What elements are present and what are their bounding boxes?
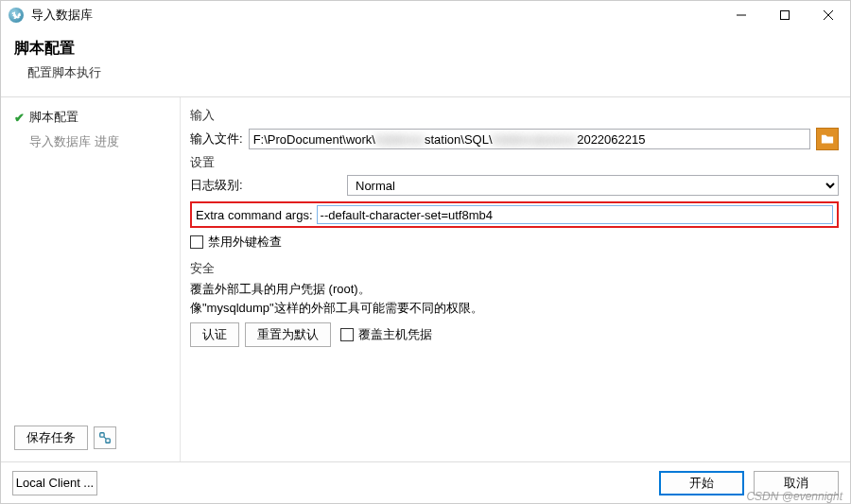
window-title: 导入数据库	[31, 7, 720, 24]
minimize-button[interactable]	[720, 1, 763, 29]
disable-fk-checkbox[interactable]	[190, 235, 203, 249]
window-controls	[720, 1, 850, 29]
loglevel-label: 日志级别:	[190, 177, 341, 194]
title-bar: 🐿 导入数据库	[1, 1, 850, 29]
input-file-row: 输入文件: F:\ProDocument\work\ hiddenxx stat…	[190, 128, 839, 150]
sidebar-item-label: 导入数据库 进度	[29, 133, 119, 150]
disable-fk-label: 禁用外键检查	[208, 234, 282, 251]
save-task-button[interactable]: 保存任务	[14, 426, 88, 450]
content-panel: 输入 输入文件: F:\ProDocument\work\ hiddenxx s…	[181, 97, 850, 461]
start-button[interactable]: 开始	[659, 471, 744, 495]
maximize-button[interactable]	[763, 1, 807, 29]
group-settings-label: 设置	[190, 154, 839, 171]
local-client-button[interactable]: Local Client ...	[12, 471, 97, 495]
extra-args-input[interactable]	[317, 205, 833, 224]
page-subtitle: 配置脚本执行	[27, 64, 837, 81]
sidebar-item-label: 脚本配置	[29, 109, 78, 126]
svg-rect-4	[100, 433, 104, 437]
extra-args-label: Extra command args:	[196, 208, 313, 222]
svg-rect-5	[106, 439, 110, 443]
app-icon: 🐿	[9, 8, 24, 23]
group-security-label: 安全	[190, 260, 839, 277]
link-icon-button[interactable]	[94, 426, 116, 449]
security-buttons: 认证 重置为默认 覆盖主机凭据	[190, 322, 839, 347]
security-group: 安全 覆盖外部工具的用户凭据 (root)。 像"mysqldump"这样的外部…	[190, 260, 839, 347]
extra-args-row: Extra command args:	[190, 201, 839, 228]
cancel-button[interactable]: 取消	[754, 471, 839, 495]
loglevel-row: 日志级别: Normal	[190, 175, 839, 196]
input-file-label: 输入文件:	[190, 130, 243, 148]
group-input-label: 输入	[190, 107, 839, 124]
close-button[interactable]	[807, 1, 850, 29]
sidebar-item-script-config[interactable]: ✔ 脚本配置	[1, 105, 180, 130]
page-title: 脚本配置	[14, 39, 837, 59]
svg-line-6	[104, 437, 106, 439]
override-host-row[interactable]: 覆盖主机凭据	[340, 326, 432, 343]
save-task-row: 保存任务	[1, 426, 180, 461]
auth-button[interactable]: 认证	[190, 322, 239, 347]
override-host-label: 覆盖主机凭据	[358, 326, 432, 343]
reset-default-button[interactable]: 重置为默认	[245, 322, 331, 347]
checkmark-icon: ✔	[14, 111, 25, 125]
svg-rect-1	[781, 11, 790, 20]
security-line2: 像"mysqldump"这样的外部工具可能需要不同的权限。	[190, 300, 839, 317]
input-file-field[interactable]: F:\ProDocument\work\ hiddenxx station\SQ…	[249, 129, 810, 149]
browse-file-button[interactable]	[816, 128, 839, 150]
dialog-window: 🐿 导入数据库 脚本配置 配置脚本执行 ✔ 脚本配置 导	[0, 0, 851, 504]
sidebar-item-import-progress[interactable]: 导入数据库 进度	[1, 130, 180, 154]
wizard-sidebar: ✔ 脚本配置 导入数据库 进度 保存任务	[1, 97, 181, 461]
disable-fk-row[interactable]: 禁用外键检查	[190, 234, 839, 251]
security-line1: 覆盖外部工具的用户凭据 (root)。	[190, 281, 839, 298]
dialog-footer: Local Client ... 开始 取消	[1, 461, 850, 503]
dialog-body: ✔ 脚本配置 导入数据库 进度 保存任务 输入 输入文件: F:\ProDocu…	[1, 97, 850, 461]
loglevel-select[interactable]: Normal	[347, 175, 839, 196]
override-host-checkbox[interactable]	[340, 328, 354, 341]
dialog-header: 脚本配置 配置脚本执行	[1, 29, 850, 96]
